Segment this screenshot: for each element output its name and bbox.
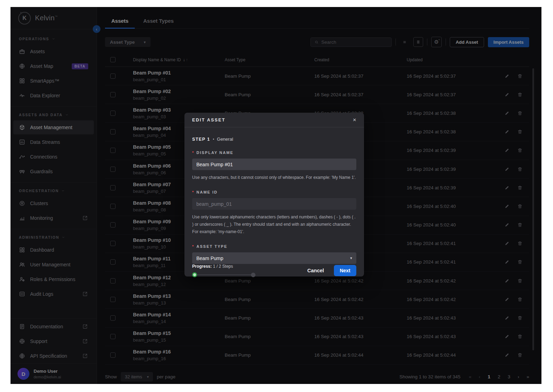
display-name-label: * DISPLAY NAME xyxy=(192,150,356,155)
required-asterisk: * xyxy=(192,244,194,248)
cancel-button[interactable]: Cancel xyxy=(307,268,324,273)
slider-track xyxy=(195,274,253,275)
slider-next-step-handle[interactable] xyxy=(251,273,255,277)
bullet-icon: • xyxy=(213,137,214,141)
step-indicator: STEP 1 • General xyxy=(192,136,356,142)
next-button[interactable]: Next xyxy=(334,265,356,276)
modal-title: EDIT ASSET xyxy=(192,118,225,122)
slider-current-step-handle[interactable] xyxy=(192,272,197,277)
close-icon[interactable]: × xyxy=(353,117,356,123)
step-slider xyxy=(192,272,259,277)
modal-body: STEP 1 • General * DISPLAY NAME Use any … xyxy=(184,127,364,264)
name-id-input xyxy=(192,198,356,210)
display-name-input[interactable] xyxy=(192,159,356,170)
app-window: K Kelvin™ ‹ OPERATIONSAssetsAsset MapBET… xyxy=(10,7,541,384)
edit-asset-modal: EDIT ASSET × STEP 1 • General * DISPLAY … xyxy=(184,113,364,276)
caret-down-icon: ▾ xyxy=(350,256,352,260)
progress-label: Progress: 1 / 2 Steps xyxy=(192,264,259,269)
required-asterisk: * xyxy=(192,190,194,194)
name-id-label: * NAME ID xyxy=(192,190,356,194)
asset-type-select[interactable]: Beam Pump ▾ xyxy=(192,252,356,264)
display-name-help: Use any characters, but it cannot consis… xyxy=(192,174,356,181)
required-asterisk: * xyxy=(192,150,194,155)
asset-type-label: * ASSET TYPE xyxy=(192,244,356,248)
name-id-help: Use only lowercase alphanumeric characte… xyxy=(192,214,356,236)
modal-header: EDIT ASSET × xyxy=(184,113,364,127)
progress-block: Progress: 1 / 2 Steps xyxy=(192,264,259,277)
modal-footer: Progress: 1 / 2 Steps Cancel Next xyxy=(184,264,364,284)
